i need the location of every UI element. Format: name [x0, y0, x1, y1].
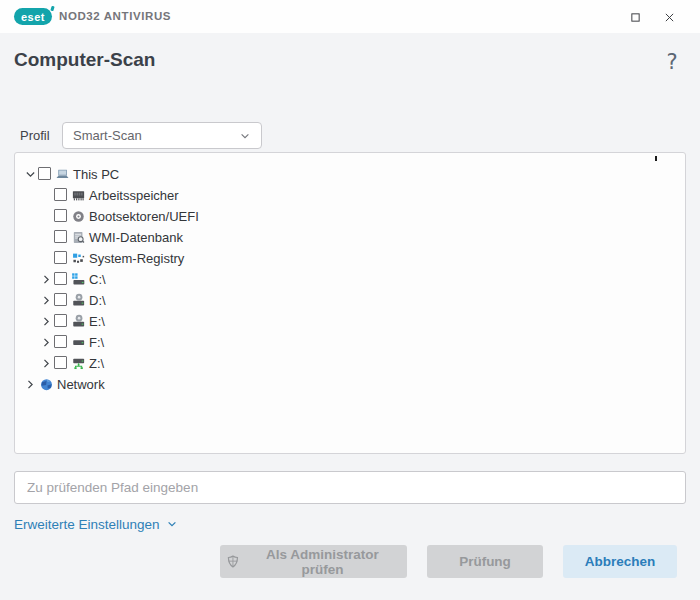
- tree-item-network[interactable]: Network: [15, 374, 685, 395]
- tree-item-label: WMI-Datenbank: [89, 227, 183, 248]
- page-title: Computer-Scan: [14, 49, 155, 71]
- profile-dropdown-value: Smart-Scan: [73, 128, 239, 143]
- tree-checkbox-bootsektoren-uefi[interactable]: [54, 209, 67, 222]
- network-globe-icon: [39, 377, 54, 392]
- tree-checkbox-f[interactable]: [54, 335, 67, 348]
- tree-item-label: Bootsektoren/UEFI: [89, 206, 199, 227]
- memory-icon: [71, 188, 86, 203]
- advanced-settings-link[interactable]: Erweiterte Einstellungen: [14, 515, 178, 533]
- tree-checkbox-c[interactable]: [54, 272, 67, 285]
- chevron-down-icon: [166, 518, 178, 530]
- scan-path-input[interactable]: [14, 471, 686, 504]
- drive-windows-icon: [71, 272, 86, 287]
- tree-item-z[interactable]: Z:\: [15, 353, 685, 374]
- chevron-down-icon: [239, 130, 251, 142]
- registry-icon: [71, 251, 86, 266]
- titlebar: eset NOD32 ANTIVIRUS: [0, 0, 700, 33]
- computer-icon: [55, 167, 70, 182]
- scan-as-admin-label: Als Administrator prüfen: [244, 547, 401, 577]
- drive-icon: [71, 335, 86, 350]
- eset-logo-tick: [50, 6, 54, 12]
- scrollbar-artifact: [655, 156, 657, 161]
- chevron-right-icon[interactable]: [40, 273, 53, 286]
- maximize-icon: [629, 11, 642, 24]
- tree-item-this-pc[interactable]: This PC: [15, 164, 685, 185]
- tree-item-label: E:\: [89, 311, 105, 332]
- drive-optical-icon: [71, 293, 86, 308]
- chevron-right-icon[interactable]: [40, 315, 53, 328]
- profile-dropdown[interactable]: Smart-Scan: [62, 122, 262, 149]
- tree-item-label: C:\: [89, 269, 106, 290]
- tree-item-label: Arbeitsspeicher: [89, 185, 179, 206]
- tree-item-e[interactable]: E:\: [15, 311, 685, 332]
- help-icon[interactable]: ?: [662, 50, 682, 76]
- tree-item-system-registry[interactable]: System-Registry: [15, 248, 685, 269]
- maximize-button[interactable]: [620, 3, 650, 31]
- tree-item-wmi-datenbank[interactable]: WMI-Datenbank: [15, 227, 685, 248]
- chevron-right-icon[interactable]: [40, 357, 53, 370]
- wmi-database-icon: [71, 230, 86, 245]
- chevron-right-icon[interactable]: [40, 294, 53, 307]
- scan-target-tree: This PCArbeitsspeicherBootsektoren/UEFIW…: [14, 152, 686, 454]
- scan-as-admin-button[interactable]: Als Administrator prüfen: [220, 545, 407, 578]
- tree-item-label: Z:\: [89, 353, 104, 374]
- chevron-down-icon[interactable]: [24, 168, 37, 181]
- tree-checkbox-arbeitsspeicher[interactable]: [54, 188, 67, 201]
- drive-network-icon: [71, 356, 86, 371]
- tree-item-c[interactable]: C:\: [15, 269, 685, 290]
- tree-checkbox-system-registry[interactable]: [54, 251, 67, 264]
- chevron-right-icon[interactable]: [24, 378, 37, 391]
- tree-checkbox-e[interactable]: [54, 314, 67, 327]
- close-button[interactable]: [654, 3, 684, 31]
- computer-scan-window: eset NOD32 ANTIVIRUS Computer-Scan ? Pro…: [0, 0, 700, 600]
- product-name: NOD32 ANTIVIRUS: [59, 10, 171, 22]
- chevron-right-icon[interactable]: [40, 336, 53, 349]
- profile-label: Profil: [20, 128, 50, 143]
- tree-item-label: This PC: [73, 164, 119, 185]
- tree-checkbox-wmi-datenbank[interactable]: [54, 230, 67, 243]
- tree-item-arbeitsspeicher[interactable]: Arbeitsspeicher: [15, 185, 685, 206]
- tree-item-f[interactable]: F:\: [15, 332, 685, 353]
- eset-logo: eset: [14, 8, 52, 25]
- tree-item-d[interactable]: D:\: [15, 290, 685, 311]
- advanced-settings-label: Erweiterte Einstellungen: [14, 517, 160, 532]
- cancel-button[interactable]: Abbrechen: [563, 545, 677, 578]
- scan-button[interactable]: Prüfung: [427, 545, 543, 578]
- tree-checkbox-this-pc[interactable]: [38, 167, 51, 180]
- uac-shield-icon: [226, 554, 240, 569]
- close-icon: [663, 11, 676, 24]
- tree-checkbox-d[interactable]: [54, 293, 67, 306]
- tree-item-bootsektoren-uefi[interactable]: Bootsektoren/UEFI: [15, 206, 685, 227]
- bootsector-icon: [71, 209, 86, 224]
- drive-optical-icon: [71, 314, 86, 329]
- tree-item-label: D:\: [89, 290, 106, 311]
- tree-checkbox-z[interactable]: [54, 356, 67, 369]
- tree-item-label: Network: [57, 374, 105, 395]
- tree-item-label: F:\: [89, 332, 104, 353]
- tree-item-label: System-Registry: [89, 248, 184, 269]
